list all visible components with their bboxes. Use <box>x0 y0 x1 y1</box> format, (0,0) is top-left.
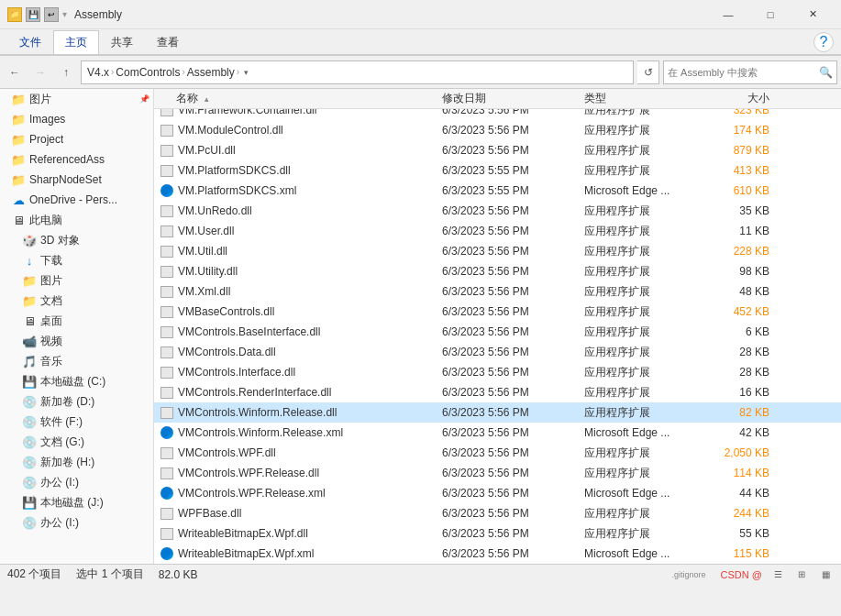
col-header-date[interactable]: 修改日期 <box>438 91 581 106</box>
table-row[interactable]: VM.PlatformSDKCS.dll 6/3/2023 5:55 PM 应用… <box>154 160 841 181</box>
col-header-type[interactable]: 类型 <box>581 91 700 106</box>
file-size-cell: 55 KB <box>700 527 773 540</box>
sidebar-item-pics[interactable]: 📁 图片 📌 <box>0 89 153 109</box>
view-details-button[interactable]: ⊞ <box>793 566 810 583</box>
crumb-comcontrols[interactable]: ComControls <box>116 66 180 79</box>
table-row[interactable]: VMControls.Interface.dll 6/3/2023 5:56 P… <box>154 362 841 382</box>
sidebar-item-officei[interactable]: 💿 办公 (I:) <box>0 472 153 492</box>
table-row[interactable]: WriteableBitmapEx.Wpf.dll 6/3/2023 5:56 … <box>154 523 841 544</box>
sidebar-item-3dobjects[interactable]: 🎲 3D 对象 <box>0 230 153 250</box>
file-type-cell: 应用程序扩展 <box>581 123 700 138</box>
file-icon <box>160 164 174 177</box>
dll-icon <box>160 125 173 137</box>
dll-icon <box>160 205 173 217</box>
sidebar-item-thispc[interactable]: 🖥 此电脑 <box>0 210 153 230</box>
address-bar[interactable]: V4.x › ComControls › Assembly › ▾ <box>81 60 634 84</box>
sidebar-item-newvolh[interactable]: 💿 新加卷 (H:) <box>0 452 153 472</box>
table-row[interactable]: VM.PlatformSDKCS.xml 6/3/2023 5:55 PM Mi… <box>154 181 841 201</box>
crumb-v4x[interactable]: V4.x <box>87 66 109 79</box>
table-row[interactable]: WPFBase.dll 6/3/2023 5:56 PM 应用程序扩展 244 … <box>154 503 841 523</box>
sidebar-item-docs[interactable]: 📁 文档 <box>0 291 153 311</box>
sidebar-item-pcpics[interactable]: 📁 图片 <box>0 270 153 291</box>
file-type-cell: 应用程序扩展 <box>581 506 700 522</box>
sidebar-item-onedrive[interactable]: ☁ OneDrive - Pers... <box>0 190 153 210</box>
search-button[interactable]: 🔍 <box>814 61 836 83</box>
column-header[interactable]: 名称 ▲ 修改日期 类型 大小 <box>154 89 841 109</box>
search-input[interactable] <box>664 67 814 78</box>
sidebar-label-localj: 本地磁盘 (J:) <box>40 495 104 511</box>
file-type-cell: 应用程序扩展 <box>581 284 700 300</box>
sidebar-label-officei2: 办公 (I:) <box>40 515 79 531</box>
file-type-cell: 应用程序扩展 <box>581 304 700 320</box>
sidebar-item-music[interactable]: 🎵 音乐 <box>0 351 153 371</box>
table-row[interactable]: VM.Util.dll 6/3/2023 5:56 PM 应用程序扩展 228 … <box>154 241 841 261</box>
view-tiles-button[interactable]: ▦ <box>817 566 834 583</box>
table-row[interactable]: VMControls.Winform.Release.xml 6/3/2023 … <box>154 423 841 443</box>
table-row[interactable]: VMControls.Winform.Release.dll 6/3/2023 … <box>154 402 841 423</box>
crumb-assembly[interactable]: Assembly <box>187 66 235 79</box>
sidebar-item-localc[interactable]: 💾 本地磁盘 (C:) <box>0 371 153 391</box>
table-row[interactable]: VM.Utility.dll 6/3/2023 5:56 PM 应用程序扩展 9… <box>154 261 841 281</box>
address-area: ← → ↑ V4.x › ComControls › Assembly › ▾ … <box>0 56 841 89</box>
close-button[interactable]: ✕ <box>791 0 834 29</box>
status-bar: 402 个项目 选中 1 个项目 82.0 KB .gitignore CSDN… <box>0 564 841 584</box>
col-header-size[interactable]: 大小 <box>700 91 773 106</box>
tab-share[interactable]: 共享 <box>99 30 145 54</box>
file-name-cell: VMControls.WPF.dll <box>154 446 438 459</box>
table-row[interactable]: VMControls.WPF.dll 6/3/2023 5:56 PM 应用程序… <box>154 443 841 463</box>
sidebar-item-docsg[interactable]: 💿 文档 (G:) <box>0 432 153 452</box>
sidebar-item-localj[interactable]: 💾 本地磁盘 (J:) <box>0 492 153 512</box>
view-list-button[interactable]: ☰ <box>769 566 786 583</box>
tab-view[interactable]: 查看 <box>145 30 191 54</box>
table-row[interactable]: VMControls.RenderInterface.dll 6/3/2023 … <box>154 382 841 402</box>
file-type-cell: 应用程序扩展 <box>581 143 700 159</box>
sidebar-label-newvolh: 新加卷 (H:) <box>40 455 94 470</box>
back-button[interactable]: ← <box>4 61 26 83</box>
file-type-cell: 应用程序扩展 <box>581 163 700 179</box>
file-type-cell: Microsoft Edge ... <box>581 547 700 560</box>
sidebar-item-newvold[interactable]: 💿 新加卷 (D:) <box>0 391 153 412</box>
sidebar-label-pcpics: 图片 <box>40 273 62 289</box>
quick-access-undo[interactable]: ↩ <box>44 7 59 22</box>
sidebar-item-images[interactable]: 📁 Images <box>0 109 153 129</box>
file-size-cell: 174 KB <box>700 124 773 137</box>
table-row[interactable]: VM.User.dll 6/3/2023 5:56 PM 应用程序扩展 11 K… <box>154 221 841 241</box>
table-row[interactable]: VMControls.WPF.Release.xml 6/3/2023 5:56… <box>154 483 841 503</box>
tab-home[interactable]: 主页 <box>53 30 99 54</box>
file-date-cell: 6/3/2023 5:55 PM <box>438 184 581 197</box>
maximize-button[interactable]: □ <box>749 0 791 29</box>
file-list[interactable]: 名称 ▲ 修改日期 类型 大小 VM.ExtensionMethod.dll 6… <box>154 89 841 564</box>
table-row[interactable]: VM.PcUI.dll 6/3/2023 5:56 PM 应用程序扩展 879 … <box>154 140 841 160</box>
table-row[interactable]: VMControls.WPF.Release.dll 6/3/2023 5:56… <box>154 463 841 483</box>
refresh-button[interactable]: ↺ <box>637 60 659 84</box>
sidebar-item-softf[interactable]: 💿 软件 (F:) <box>0 412 153 432</box>
table-row[interactable]: VMControls.BaseInterface.dll 6/3/2023 5:… <box>154 322 841 342</box>
drive-icon: 💿 <box>22 515 37 530</box>
table-row[interactable]: VMControls.Data.dll 6/3/2023 5:56 PM 应用程… <box>154 342 841 362</box>
col-header-name[interactable]: 名称 ▲ <box>154 91 438 106</box>
file-type-cell: 应用程序扩展 <box>581 345 700 360</box>
sidebar-item-officei2[interactable]: 💿 办公 (I:) <box>0 512 153 533</box>
tab-file[interactable]: 文件 <box>7 30 53 54</box>
dll-icon <box>160 468 173 479</box>
sidebar-item-downloads[interactable]: ↓ 下载 <box>0 250 153 270</box>
sidebar-item-videos[interactable]: 📹 视频 <box>0 331 153 351</box>
file-icon <box>160 184 174 197</box>
address-dropdown[interactable]: ▾ <box>239 60 252 84</box>
sidebar-item-referencedass[interactable]: 📁 ReferencedAss <box>0 149 153 170</box>
table-row[interactable]: VM.ModuleControl.dll 6/3/2023 5:56 PM 应用… <box>154 120 841 140</box>
sidebar-label-onedrive: OneDrive - Pers... <box>29 193 117 206</box>
sidebar-item-desktop[interactable]: 🖥 桌面 <box>0 311 153 331</box>
dll-icon <box>160 346 173 358</box>
table-row[interactable]: VMBaseControls.dll 6/3/2023 5:56 PM 应用程序… <box>154 302 841 322</box>
up-button[interactable]: ↑ <box>55 61 77 83</box>
minimize-button[interactable]: — <box>707 0 749 29</box>
table-row[interactable]: WriteableBitmapEx.Wpf.xml 6/3/2023 5:56 … <box>154 544 841 564</box>
table-row[interactable]: VM.Xml.dll 6/3/2023 5:56 PM 应用程序扩展 48 KB <box>154 281 841 302</box>
sidebar-item-sharpnodeset[interactable]: 📁 SharpNodeSet <box>0 170 153 190</box>
help-button[interactable]: ? <box>813 32 834 52</box>
drive-icon: 💿 <box>22 455 37 469</box>
table-row[interactable]: VM.UnRedo.dll 6/3/2023 5:56 PM 应用程序扩展 35… <box>154 201 841 221</box>
sidebar-item-project[interactable]: 📁 Project <box>0 129 153 149</box>
quick-access-save[interactable]: 💾 <box>26 7 40 22</box>
